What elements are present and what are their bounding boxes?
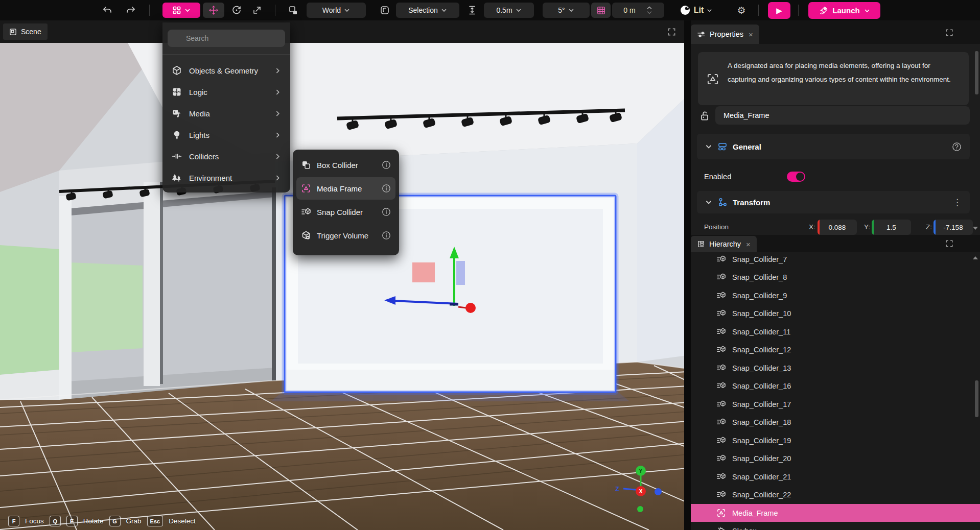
trigger-volume-icon: [301, 230, 311, 240]
hierarchy-row[interactable]: Snap_Collider_17: [691, 395, 980, 413]
hierarchy-row[interactable]: Snap_Collider_12: [691, 341, 980, 358]
media-frame-icon: [706, 73, 719, 86]
axis-z-ball[interactable]: [655, 488, 662, 495]
hierarchy-row[interactable]: Snap_Collider_13: [691, 359, 980, 377]
entity-name-input[interactable]: [715, 106, 970, 125]
position-y-input[interactable]: 1.5: [872, 220, 911, 235]
move-tool-button[interactable]: [203, 3, 224, 18]
focus-selection-button[interactable]: [376, 3, 393, 18]
launch-button[interactable]: Launch: [808, 2, 880, 19]
gizmo-x-axis[interactable]: [458, 307, 466, 308]
hierarchy-row[interactable]: Snap_Collider_10: [691, 304, 980, 322]
gizmo-plane-handle[interactable]: [412, 262, 435, 282]
scene-render[interactable]: [0, 43, 687, 530]
hierarchy-row[interactable]: Snap_Collider_7: [691, 250, 980, 268]
build-menu-item-label: Lights: [189, 131, 209, 139]
selection-dropdown[interactable]: Selection: [396, 3, 459, 18]
move-vertical-button[interactable]: [464, 3, 480, 18]
build-menu-item-label: Media: [189, 109, 210, 118]
shortcut-hints: F Focus Q E Rotate G Grab Esc Deselect: [8, 516, 196, 526]
properties-tabbar: Properties ×: [691, 20, 980, 44]
submenu-item-snap-collider[interactable]: Snap Collider: [296, 201, 395, 223]
help-icon[interactable]: [952, 142, 962, 152]
close-icon[interactable]: ×: [746, 240, 751, 249]
hierarchy-row[interactable]: Snap_Collider_22: [691, 486, 980, 503]
tab-properties[interactable]: Properties ×: [691, 25, 759, 44]
build-menu-item-colliders[interactable]: Colliders: [166, 146, 287, 166]
position-z-input[interactable]: -7.158: [934, 220, 973, 235]
snap-collider-icon: [716, 363, 726, 373]
hierarchy-item-label: Snap_Collider_13: [732, 364, 791, 372]
hierarchy-row[interactable]: Skybox: [691, 522, 980, 530]
settings-button[interactable]: ⚙: [733, 3, 750, 18]
kebab-menu-icon[interactable]: ⋮: [953, 197, 962, 208]
hierarchy-row-selected[interactable]: Media_Frame: [691, 504, 980, 522]
hierarchy-expand-icon[interactable]: [945, 239, 953, 248]
transform-section-header[interactable]: Transform ⋮: [697, 191, 970, 213]
hierarchy-scrollbar[interactable]: [975, 380, 978, 417]
undo-button[interactable]: [100, 3, 115, 18]
chevron-right-icon: [274, 132, 281, 138]
submenu-item-label: Media Frame: [317, 184, 362, 193]
hierarchy-row[interactable]: Snap_Collider_18: [691, 413, 980, 431]
submenu-item-trigger-volume[interactable]: Trigger Volume: [296, 224, 395, 247]
viewport-expand-icon[interactable]: [667, 28, 676, 36]
viewport-canvas[interactable]: Scene F Focus Q E Rotate G Grab Esc Dese…: [0, 20, 687, 530]
position-x-input[interactable]: 0.088: [818, 220, 857, 235]
info-icon[interactable]: [382, 231, 391, 240]
hierarchy-row[interactable]: Snap_Collider_21: [691, 468, 980, 486]
tab-scene[interactable]: Scene: [3, 23, 48, 40]
submenu-item-box-collider[interactable]: Box Collider: [296, 154, 395, 176]
stepper-icon[interactable]: [646, 5, 653, 16]
general-section-header[interactable]: General: [697, 134, 970, 159]
axis-z-label: Z: [615, 486, 619, 493]
scroll-down-icon[interactable]: [973, 227, 978, 230]
lock-open-icon[interactable]: [699, 110, 710, 122]
close-icon[interactable]: ×: [749, 30, 753, 39]
build-menu-item-lights[interactable]: Lights: [166, 125, 287, 145]
build-menu-item-environment[interactable]: Environment: [166, 167, 287, 188]
gizmo-plane-handle[interactable]: [456, 261, 465, 285]
info-icon[interactable]: [382, 184, 391, 193]
build-menu: Objects & Geometry Logic Media Lights Co…: [162, 22, 290, 192]
hierarchy-row[interactable]: Snap_Collider_9: [691, 286, 980, 304]
world-dropdown-label: World: [322, 6, 341, 14]
grid-toggle-button[interactable]: [591, 3, 611, 18]
build-menu-item-logic[interactable]: Logic: [166, 82, 287, 102]
snap-collider-icon: [716, 417, 726, 427]
build-menu-item-media[interactable]: Media: [166, 103, 287, 124]
enabled-toggle[interactable]: [787, 172, 805, 182]
rotate-tool-button[interactable]: [228, 3, 245, 18]
hierarchy-row[interactable]: Snap_Collider_16: [691, 377, 980, 395]
transform-space-button[interactable]: [284, 3, 302, 18]
hierarchy-row[interactable]: Snap_Collider_20: [691, 449, 980, 467]
scale-tool-button[interactable]: [249, 3, 265, 18]
rotate-snap-dropdown[interactable]: 5°: [543, 3, 590, 18]
play-button[interactable]: ▶: [768, 2, 790, 19]
hierarchy-row[interactable]: Snap_Collider_19: [691, 431, 980, 449]
world-dropdown[interactable]: World: [307, 3, 366, 18]
move-snap-dropdown[interactable]: 0.5m: [484, 3, 534, 18]
redo-button[interactable]: [123, 3, 138, 18]
position-x-value: 0.088: [829, 224, 846, 231]
hint-label: Deselect: [169, 517, 196, 525]
chevron-right-icon: [274, 153, 281, 160]
grid-snap-input[interactable]: 0 m: [612, 3, 664, 18]
orientation-gizmo[interactable]: Y Z X: [610, 461, 671, 522]
properties-expand-icon[interactable]: [945, 29, 953, 37]
shading-dropdown[interactable]: Lit: [673, 3, 718, 18]
axis-neg-y-ball[interactable]: [637, 506, 643, 512]
info-icon[interactable]: [382, 207, 391, 216]
toolbar-divider: [149, 5, 150, 16]
submenu-item-media-frame[interactable]: Media Frame: [296, 177, 395, 200]
hierarchy-row[interactable]: Snap_Collider_11: [691, 323, 980, 341]
hierarchy-item-label: Media_Frame: [732, 509, 778, 517]
build-menu-button[interactable]: [162, 3, 200, 18]
search-input[interactable]: [168, 30, 285, 47]
build-menu-item-objects-geometry[interactable]: Objects & Geometry: [166, 60, 287, 81]
hint-label: Focus: [25, 517, 44, 525]
hierarchy-row[interactable]: Snap_Collider_8: [691, 268, 980, 286]
properties-scrollbar[interactable]: [975, 51, 978, 94]
info-icon[interactable]: [382, 160, 391, 170]
scroll-up-icon[interactable]: [973, 256, 978, 259]
